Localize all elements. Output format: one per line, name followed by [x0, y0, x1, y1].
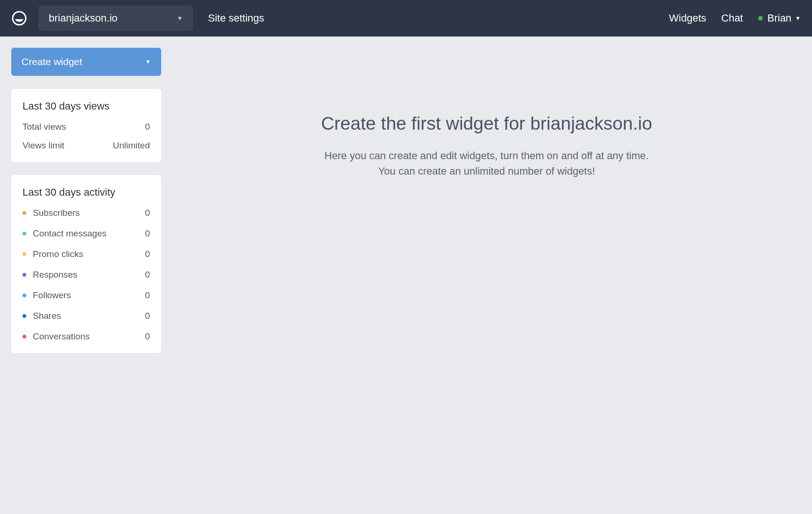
activity-label-wrap: Responses	[22, 270, 77, 280]
activity-row: Shares0	[22, 311, 150, 321]
header-right: Widgets Chat Brian ▼	[654, 12, 801, 24]
activity-label: Promo clicks	[33, 249, 83, 259]
views-limit-value: Unlimited	[113, 140, 150, 151]
activity-value: 0	[145, 331, 150, 342]
activity-value: 0	[145, 311, 150, 321]
activity-value: 0	[145, 290, 150, 301]
activity-label-wrap: Contact messages	[22, 228, 106, 239]
activity-label-wrap: Followers	[22, 290, 71, 301]
main-subtext: Here you can create and edit widgets, tu…	[325, 148, 649, 179]
activity-value: 0	[145, 270, 150, 280]
total-views-row: Total views 0	[22, 122, 150, 132]
nav-widgets[interactable]: Widgets	[669, 12, 706, 24]
activity-label-wrap: Subscribers	[22, 208, 80, 218]
activity-label: Subscribers	[33, 208, 80, 218]
activity-row: Responses0	[22, 270, 150, 280]
activity-dot-icon	[22, 211, 26, 215]
activity-dot-icon	[22, 314, 26, 318]
create-widget-label: Create widget	[22, 56, 82, 67]
svg-point-0	[13, 12, 26, 25]
activity-dot-icon	[22, 273, 26, 277]
activity-row: Contact messages0	[22, 228, 150, 239]
page-container: Create widget ▼ Last 30 days views Total…	[0, 37, 812, 377]
caret-down-icon: ▼	[145, 59, 151, 65]
nav-chat[interactable]: Chat	[721, 12, 743, 24]
activity-card: Last 30 days activity Subscribers0Contac…	[11, 175, 161, 353]
app-logo-icon	[11, 10, 27, 26]
app-header: brianjackson.io ▼ Site settings Widgets …	[0, 0, 812, 37]
activity-value: 0	[145, 249, 150, 259]
main-heading: Create the first widget for brianjackson…	[321, 113, 652, 134]
views-limit-label: Views limit	[22, 140, 64, 151]
caret-down-icon: ▼	[177, 15, 183, 22]
total-views-label: Total views	[22, 122, 66, 132]
activity-row: Promo clicks0	[22, 249, 150, 259]
views-card: Last 30 days views Total views 0 Views l…	[11, 89, 161, 162]
activity-row: Followers0	[22, 290, 150, 301]
user-menu-dropdown[interactable]: Brian ▼	[758, 12, 801, 24]
activity-dot-icon	[22, 232, 26, 235]
activity-label: Followers	[33, 290, 71, 301]
activity-label-wrap: Conversations	[22, 331, 89, 342]
activity-list: Subscribers0Contact messages0Promo click…	[22, 208, 150, 342]
views-card-title: Last 30 days views	[22, 100, 150, 112]
site-selector-label: brianjackson.io	[49, 12, 118, 24]
caret-down-icon: ▼	[795, 15, 801, 22]
user-name-label: Brian	[767, 12, 791, 24]
main-content: Create the first widget for brianjackson…	[172, 48, 801, 366]
site-selector-dropdown[interactable]: brianjackson.io ▼	[38, 6, 193, 31]
activity-row: Subscribers0	[22, 208, 150, 218]
views-limit-row: Views limit Unlimited	[22, 140, 150, 151]
activity-label-wrap: Promo clicks	[22, 249, 83, 259]
activity-dot-icon	[22, 335, 26, 338]
activity-card-title: Last 30 days activity	[22, 186, 150, 198]
sidebar: Create widget ▼ Last 30 days views Total…	[11, 48, 161, 366]
main-subtext-line1: Here you can create and edit widgets, tu…	[325, 150, 649, 162]
create-widget-button[interactable]: Create widget ▼	[11, 48, 161, 76]
activity-label: Responses	[33, 270, 77, 280]
status-online-icon	[758, 16, 763, 21]
activity-label: Shares	[33, 311, 61, 321]
activity-dot-icon	[22, 252, 26, 256]
activity-label: Contact messages	[33, 228, 106, 239]
activity-label: Conversations	[33, 331, 89, 342]
activity-dot-icon	[22, 294, 26, 297]
main-subtext-line2: You can create an unlimited number of wi…	[378, 165, 595, 177]
total-views-value: 0	[145, 122, 150, 132]
activity-value: 0	[145, 208, 150, 218]
activity-label-wrap: Shares	[22, 311, 61, 321]
activity-value: 0	[145, 228, 150, 239]
activity-row: Conversations0	[22, 331, 150, 342]
nav-site-settings[interactable]: Site settings	[208, 12, 264, 24]
